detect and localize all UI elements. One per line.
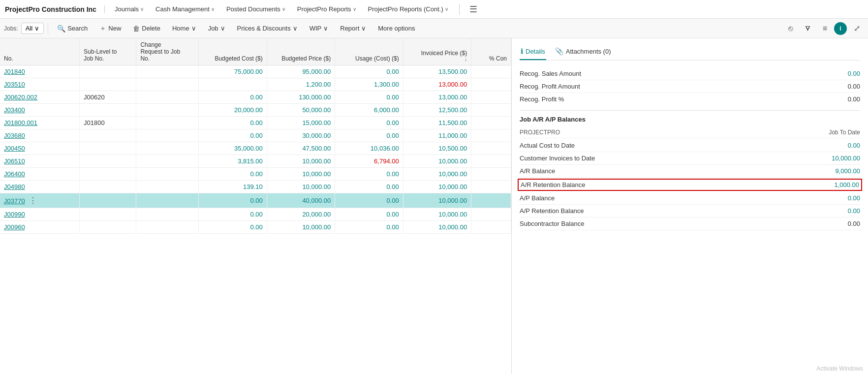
cell-budgeted-cost: 3,815.00 bbox=[199, 155, 267, 168]
hamburger-menu[interactable]: ☰ bbox=[465, 2, 481, 17]
cell-pct-con bbox=[471, 78, 511, 91]
cell-sublevel bbox=[80, 155, 136, 168]
delete-button[interactable]: 🗑 Delete bbox=[128, 23, 165, 34]
detail-row: Recog. Profit %0.00 bbox=[520, 93, 860, 105]
job-link[interactable]: J00450 bbox=[4, 145, 25, 152]
table-row[interactable]: J009600.0010,000.000.0010,000.00 bbox=[0, 221, 511, 234]
nav-projectpro-reports[interactable]: ProjectPro Reports ∨ bbox=[292, 3, 361, 15]
job-link[interactable]: J03680 bbox=[4, 132, 25, 139]
balance-label: A/P Retention Balance bbox=[520, 207, 584, 215]
cell-budgeted-price: 15,000.00 bbox=[267, 117, 335, 129]
cell-changereq bbox=[136, 193, 199, 208]
balances-section-title: Job A/R A/P Balances bbox=[520, 116, 860, 123]
detail-label: Recog. Profit Amount bbox=[520, 83, 580, 90]
job-link[interactable]: J06510 bbox=[4, 157, 25, 165]
cell-no: J01800.001 bbox=[0, 117, 80, 129]
balance-value: 9,000.00 bbox=[835, 167, 860, 175]
cell-changereq bbox=[136, 91, 199, 104]
filter-button[interactable]: ⛛ bbox=[800, 22, 816, 35]
cell-budgeted-cost: 139.10 bbox=[199, 181, 267, 193]
details-icon: ℹ bbox=[521, 47, 523, 55]
cell-invoiced-price: 10,000.00 bbox=[403, 193, 471, 208]
table-row[interactable]: J0184075,000.0095,000.000.0013,500.00 bbox=[0, 65, 511, 78]
job-link[interactable]: J03510 bbox=[4, 81, 25, 88]
cell-pct-con bbox=[471, 193, 511, 208]
job-link[interactable]: J04980 bbox=[4, 183, 25, 190]
cell-usage-cost: 0.00 bbox=[335, 91, 403, 104]
table-row[interactable]: J064000.0010,000.000.0010,000.00 bbox=[0, 168, 511, 181]
cell-budgeted-price: 10,000.00 bbox=[267, 181, 335, 193]
table-row[interactable]: J009900.0020,000.000.0010,000.00 bbox=[0, 208, 511, 221]
search-icon: 🔍 bbox=[57, 25, 65, 32]
job-link[interactable]: J03400 bbox=[4, 106, 25, 114]
cell-invoiced-price: 10,000.00 bbox=[403, 208, 471, 221]
home-button[interactable]: Home ∨ bbox=[167, 23, 201, 34]
cell-budgeted-price: 95,000.00 bbox=[267, 65, 335, 78]
cell-changereq bbox=[136, 129, 199, 142]
job-link[interactable]: J01840 bbox=[4, 68, 25, 75]
cell-changereq bbox=[136, 221, 199, 234]
nav-journals[interactable]: Journals ∨ bbox=[110, 3, 149, 15]
job-link[interactable]: J00620.002 bbox=[4, 94, 37, 101]
cell-no: J03400 bbox=[0, 104, 80, 117]
report-button[interactable]: Report ∨ bbox=[335, 23, 371, 34]
wip-button[interactable]: WIP ∨ bbox=[305, 23, 334, 34]
cell-budgeted-cost: 0.00 bbox=[199, 129, 267, 142]
list-button[interactable]: ≡ bbox=[819, 22, 831, 35]
cell-budgeted-cost: 0.00 bbox=[199, 117, 267, 129]
cell-invoiced-price: 10,000.00 bbox=[403, 221, 471, 234]
cell-pct-con bbox=[471, 142, 511, 155]
new-button[interactable]: ＋ New bbox=[94, 22, 126, 35]
nav-cash-management[interactable]: Cash Management ∨ bbox=[151, 3, 219, 15]
table-row[interactable]: J03770 ⋮0.0040,000.000.0010,000.00 bbox=[0, 193, 511, 208]
cell-pct-con bbox=[471, 65, 511, 78]
balance-label: A/R Retention Balance bbox=[521, 181, 586, 188]
more-options-button[interactable]: More options bbox=[373, 23, 420, 34]
balance-row: A/P Balance0.00 bbox=[520, 192, 860, 205]
job-link[interactable]: J00990 bbox=[4, 211, 25, 218]
job-link[interactable]: J06400 bbox=[4, 170, 25, 178]
table-row[interactable]: J036800.0030,000.000.0011,000.00 bbox=[0, 129, 511, 142]
tab-attachments[interactable]: 📎 Attachments (0) bbox=[554, 44, 612, 60]
jobs-filter[interactable]: All ∨ bbox=[21, 23, 44, 34]
nav-posted-documents[interactable]: Posted Documents ∨ bbox=[221, 3, 290, 15]
share-button[interactable]: ⎋ bbox=[784, 22, 797, 35]
prices-discounts-button[interactable]: Prices & Discounts ∨ bbox=[232, 23, 303, 34]
balance-value: 0.00 bbox=[848, 142, 860, 149]
col-usage-cost: Usage (Cost) ($) bbox=[335, 38, 403, 65]
cell-sublevel bbox=[80, 142, 136, 155]
cell-pct-con bbox=[471, 104, 511, 117]
balances-header-right: Job To Date bbox=[829, 129, 860, 136]
cell-budgeted-cost bbox=[199, 78, 267, 91]
tab-details[interactable]: ℹ Details bbox=[520, 44, 546, 60]
cell-no: J06510 bbox=[0, 155, 80, 168]
table-row[interactable]: J01800.001J018000.0015,000.000.0011,500.… bbox=[0, 117, 511, 129]
table-row[interactable]: J035101,200.001,300.0013,000.00 bbox=[0, 78, 511, 91]
nav-cash-management-label: Cash Management bbox=[155, 5, 210, 13]
job-link[interactable]: J03770 bbox=[4, 197, 25, 205]
cell-usage-cost: 0.00 bbox=[335, 168, 403, 181]
cell-sublevel bbox=[80, 208, 136, 221]
table-row[interactable]: J0340020,000.0050,000.006,000.0012,500.0… bbox=[0, 104, 511, 117]
cell-usage-cost: 0.00 bbox=[335, 221, 403, 234]
job-link[interactable]: J01800.001 bbox=[4, 119, 37, 126]
nav-posted-documents-label: Posted Documents bbox=[226, 5, 280, 13]
search-button[interactable]: 🔍 Search bbox=[52, 23, 93, 34]
balance-value: 1,000.00 bbox=[834, 181, 859, 188]
row-context-menu[interactable]: ⋮ bbox=[25, 196, 39, 205]
expand-button[interactable]: ⤢ bbox=[850, 22, 864, 35]
table-wrapper[interactable]: No. Sub-Level toJob No. ChangeRequest to… bbox=[0, 38, 511, 374]
col-sublevel: Sub-Level toJob No. bbox=[80, 38, 136, 65]
table-row[interactable]: J065103,815.0010,000.006,794.0010,000.00 bbox=[0, 155, 511, 168]
table-row[interactable]: J00620.002J006200.00130,000.000.0013,000… bbox=[0, 91, 511, 104]
nav-projectpro-reports-cont[interactable]: ProjectPro Reports (Cont.) ∨ bbox=[363, 3, 453, 15]
jobs-table: No. Sub-Level toJob No. ChangeRequest to… bbox=[0, 38, 511, 234]
new-label: New bbox=[108, 25, 121, 32]
balance-row: A/R Retention Balance1,000.00 bbox=[518, 179, 862, 191]
table-row[interactable]: J0045035,000.0047,500.0010,036.0010,500.… bbox=[0, 142, 511, 155]
table-row[interactable]: J04980139.1010,000.000.0010,000.00 bbox=[0, 181, 511, 193]
job-link[interactable]: J00960 bbox=[4, 223, 25, 231]
cell-sublevel bbox=[80, 129, 136, 142]
user-avatar[interactable]: i bbox=[834, 22, 847, 35]
job-button[interactable]: Job ∨ bbox=[203, 23, 230, 34]
